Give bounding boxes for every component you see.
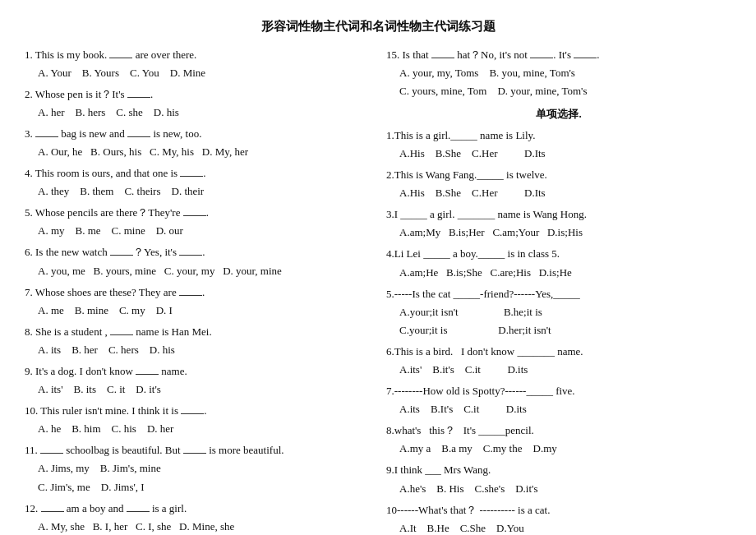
- q4-options: A. they B. them C. theirs D. their: [25, 182, 370, 201]
- q8-text: 8. She is a student , name is Han Mei.: [25, 323, 370, 341]
- rq8-options: A.my a B.a my C.my the D.my: [386, 440, 731, 458]
- question-2: 2. Whose pen is it？It's . A. her B. hers…: [25, 85, 370, 122]
- q15-opt-a: A. your, my, Toms B. you, mine, Tom's: [386, 64, 731, 82]
- rq5-opt-a: A.your;it isn't B.he;it is: [386, 303, 731, 321]
- q7-options: A. me B. mine C. my D. I: [25, 302, 370, 320]
- q11-options-a: A. Jims, my B. Jim's, mine: [25, 459, 370, 477]
- rq9-text: 9.I think ___ Mrs Wang.: [386, 461, 731, 479]
- rq9-options: A.he's B. His C.she's D.it's: [386, 480, 731, 498]
- rq2-text: 2.This is Wang Fang._____ is twelve.: [386, 166, 731, 184]
- q15-text: 15. Is that hat？No, it's not . It's .: [386, 46, 731, 64]
- r-question-7: 7.--------How old is Spotty?------_____ …: [386, 382, 731, 418]
- question-12: 12. am a boy and is a girl. A. My, she B…: [25, 500, 370, 535]
- q12-options: A. My, she B. I, her C. I, she D. Mine, …: [25, 518, 370, 535]
- rq8-text: 8.what's this？ It's _____pencil.: [386, 422, 731, 440]
- q3-options: A. Our, he B. Ours, his C. My, his D. My…: [25, 143, 370, 161]
- question-6: 6. Is the new watch ？Yes, it's . A. you,…: [25, 243, 370, 279]
- left-column: 1. This is my book. are over there. A. Y…: [25, 46, 370, 536]
- page-title: 形容词性物主代词和名词性物主代词练习题: [25, 16, 731, 38]
- q10-options: A. he B. him C. his D. her: [25, 420, 370, 438]
- q1-options: A. Your B. Yours C. You D. Mine: [25, 64, 370, 82]
- r-question-4: 4.Li Lei _____ a boy._____ is in class 5…: [386, 245, 731, 281]
- q9-text: 9. It's a dog. I don't know name.: [25, 362, 370, 380]
- q2-options: A. her B. hers C. she D. his: [25, 104, 370, 122]
- r-question-8: 8.what's this？ It's _____pencil. A.my a …: [386, 422, 731, 458]
- question-10: 10. This ruler isn't mine. I think it is…: [25, 402, 370, 438]
- q4-text: 4. This room is ours, and that one is .: [25, 164, 370, 182]
- content-wrapper: 1. This is my book. are over there. A. Y…: [25, 46, 731, 536]
- rq1-options: A.His B.She C.Her D.Its: [386, 145, 731, 163]
- q8-options: A. its B. her C. hers D. his: [25, 341, 370, 359]
- rq1-text: 1.This is a girl._____ name is Lily.: [386, 127, 731, 145]
- question-7: 7. Whose shoes are these? They are . A. …: [25, 284, 370, 320]
- question-11: 11. schoolbag is beautiful. But is more …: [25, 441, 370, 496]
- rq7-text: 7.--------How old is Spotty?------_____ …: [386, 382, 731, 400]
- q10-text: 10. This ruler isn't mine. I think it is…: [25, 402, 370, 420]
- rq3-options: A.am;My B.is;Her C.am;Your D.is;His: [386, 224, 731, 242]
- q2-text: 2. Whose pen is it？It's .: [25, 85, 370, 104]
- rq2-options: A.His B.She C.Her D.Its: [386, 184, 731, 202]
- rq7-options: A.its B.It's C.it D.its: [386, 400, 731, 418]
- q7-text: 7. Whose shoes are these? They are .: [25, 284, 370, 302]
- question-1: 1. This is my book. are over there. A. Y…: [25, 46, 370, 82]
- rq6-text: 6.This is a bird. I don't know _______ n…: [386, 343, 731, 361]
- rq3-text: 3.I _____ a girl. _______ name is Wang H…: [386, 205, 731, 224]
- q11-options-b: C. Jim's, me D. Jims', I: [25, 478, 370, 496]
- r-question-10: 10------What's that？ ---------- is a cat…: [386, 501, 731, 535]
- r-question-9: 9.I think ___ Mrs Wang. A.he's B. His C.…: [386, 461, 731, 497]
- section-title: 单项选择.: [386, 105, 731, 123]
- q5-options: A. my B. me C. mine D. our: [25, 222, 370, 240]
- q15-opt-b: C. yours, mine, Tom D. your, mine, Tom's: [386, 82, 731, 100]
- rq5-text: 5.-----Is the cat _____-friend?------Yes…: [386, 285, 731, 303]
- page: 形容词性物主代词和名词性物主代词练习题 1. This is my book. …: [0, 0, 756, 535]
- question-9: 9. It's a dog. I don't know name. A. its…: [25, 362, 370, 399]
- question-8: 8. She is a student , name is Han Mei. A…: [25, 323, 370, 359]
- r-question-3: 3.I _____ a girl. _______ name is Wang H…: [386, 205, 731, 242]
- q1-text: 1. This is my book. are over there.: [25, 46, 370, 64]
- q9-options: A. its' B. its C. it D. it's: [25, 380, 370, 399]
- right-column: 15. Is that hat？No, it's not . It's . A.…: [386, 46, 731, 536]
- r-question-1: 1.This is a girl._____ name is Lily. A.H…: [386, 127, 731, 163]
- rq6-options: A.its' B.it's C.it D.its: [386, 361, 731, 379]
- question-4: 4. This room is ours, and that one is . …: [25, 164, 370, 201]
- q3-text: 3. bag is new and is new, too.: [25, 125, 370, 143]
- q11-text: 11. schoolbag is beautiful. But is more …: [25, 441, 370, 459]
- q5-text: 5. Whose pencils are there？They're .: [25, 204, 370, 222]
- rq4-options: A.am;He B.is;She C.are;His D.is;He: [386, 264, 731, 282]
- rq5-opt-b: C.your;it is D.her;it isn't: [386, 321, 731, 339]
- q6-text: 6. Is the new watch ？Yes, it's .: [25, 243, 370, 261]
- question-3: 3. bag is new and is new, too. A. Our, h…: [25, 125, 370, 161]
- rq10-text: 10------What's that？ ---------- is a cat…: [386, 501, 731, 519]
- q6-options: A. you, me B. yours, mine C. your, my D.…: [25, 262, 370, 280]
- q12-text: 12. am a boy and is a girl.: [25, 500, 370, 518]
- r-question-6: 6.This is a bird. I don't know _______ n…: [386, 343, 731, 379]
- question-15: 15. Is that hat？No, it's not . It's . A.…: [386, 46, 731, 100]
- rq4-text: 4.Li Lei _____ a boy._____ is in class 5…: [386, 245, 731, 263]
- r-question-5: 5.-----Is the cat _____-friend?------Yes…: [386, 285, 731, 339]
- question-5: 5. Whose pencils are there？They're . A. …: [25, 204, 370, 240]
- rq10-options: A.It B.He C.She D.You: [386, 519, 731, 535]
- r-question-2: 2.This is Wang Fang._____ is twelve. A.H…: [386, 166, 731, 202]
